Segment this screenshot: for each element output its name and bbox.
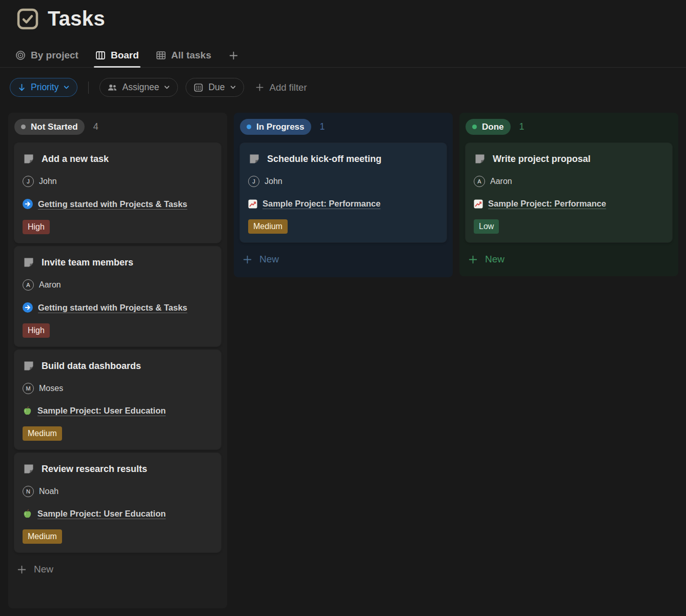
priority-tag: Medium	[23, 426, 62, 441]
board-icon	[95, 50, 106, 60]
avatar: N	[23, 486, 34, 497]
add-filter-label: Add filter	[270, 82, 307, 93]
priority-row: High	[23, 220, 213, 234]
chevron-down-icon	[164, 84, 170, 91]
project-link[interactable]: Sample Project: User Education	[37, 509, 166, 519]
avatar-initial: A	[477, 178, 481, 184]
sort-priority-pill[interactable]: Priority	[10, 78, 77, 97]
task-card[interactable]: Schedule kick-off meeting J John Sample …	[240, 143, 447, 242]
task-title: Build data dashboards	[42, 361, 141, 372]
plus-icon	[228, 50, 239, 61]
status-pill-done[interactable]: Done	[466, 119, 511, 135]
task-card[interactable]: Add a new task J John Getting started wi…	[14, 143, 221, 243]
plus-icon	[16, 564, 27, 575]
assignee-row: A Aaron	[23, 279, 213, 291]
status-pill-in-progress[interactable]: In Progress	[240, 119, 311, 135]
page-title: Tasks	[48, 7, 105, 30]
toolbar-divider	[88, 81, 89, 94]
status-dot	[21, 125, 26, 129]
add-view-button[interactable]	[228, 50, 239, 61]
project-link[interactable]: Sample Project: Performance	[263, 199, 380, 209]
project-link[interactable]: Sample Project: User Education	[37, 406, 166, 416]
apple-icon	[23, 406, 32, 416]
column-count: 1	[320, 121, 325, 132]
project-row: Getting started with Projects & Tasks	[23, 302, 213, 313]
project-row: Sample Project: Performance	[248, 199, 438, 209]
filter-pill-label: Due	[208, 82, 225, 93]
avatar: A	[23, 279, 34, 291]
column-count: 4	[93, 121, 98, 132]
project-link[interactable]: Sample Project: Performance	[488, 199, 606, 209]
checkbox-icon	[16, 8, 39, 30]
project-row: Sample Project: User Education	[23, 406, 213, 416]
assignee-row: A Aaron	[474, 176, 664, 187]
assignee-row: M Moses	[23, 383, 213, 394]
tab-board[interactable]: Board	[95, 44, 139, 67]
filter-pill-label: Assignee	[122, 82, 159, 93]
priority-tag: High	[23, 220, 50, 234]
kanban-board: Not Started 4 Add a new task J John	[0, 113, 686, 608]
priority-row: Medium	[23, 529, 213, 544]
tab-all-tasks[interactable]: All tasks	[156, 44, 211, 67]
project-link[interactable]: Getting started with Projects & Tasks	[38, 303, 187, 313]
assignee-name: John	[265, 177, 283, 186]
priority-row: Low	[474, 219, 664, 234]
chevron-down-icon	[230, 84, 236, 91]
assignee-name: Aaron	[39, 280, 61, 290]
avatar: J	[248, 176, 259, 187]
avatar-initial: J	[252, 178, 255, 184]
assignee-name: Noah	[39, 487, 58, 496]
filter-assignee-pill[interactable]: Assignee	[99, 78, 178, 97]
new-task-button[interactable]: New	[14, 561, 221, 579]
status-pill-not-started[interactable]: Not Started	[14, 119, 85, 135]
avatar-initial: M	[26, 385, 30, 392]
plus-icon	[242, 254, 253, 265]
filter-due-pill[interactable]: Due	[186, 78, 244, 97]
arrow-down-icon	[17, 83, 26, 92]
task-page-icon	[23, 153, 35, 165]
task-title: Write project proposal	[493, 154, 591, 165]
chevron-down-icon	[63, 84, 70, 91]
avatar-initial: A	[26, 282, 30, 288]
add-filter-button[interactable]: Add filter	[255, 82, 307, 93]
tab-by-project[interactable]: By project	[15, 44, 78, 67]
sort-pill-label: Priority	[31, 82, 58, 93]
new-task-label: New	[259, 254, 279, 265]
avatar-initial: N	[26, 488, 30, 495]
priority-tag: High	[23, 323, 50, 338]
status-label: Not Started	[31, 122, 78, 132]
filter-toolbar: Priority Assignee	[0, 78, 686, 97]
task-title: Add a new task	[42, 154, 109, 165]
status-dot	[472, 125, 477, 129]
task-card[interactable]: Invite team members A Aaron Getting star…	[14, 247, 221, 346]
status-label: Done	[482, 122, 504, 132]
task-card[interactable]: Build data dashboards M Moses Sample Pro…	[14, 350, 221, 449]
new-task-button[interactable]: New	[240, 251, 447, 269]
assignee-row: N Noah	[23, 486, 213, 497]
view-tabs: By project Board All tasks	[0, 44, 686, 68]
new-task-label: New	[485, 254, 505, 265]
priority-row: Medium	[23, 426, 213, 441]
status-dot	[247, 125, 251, 129]
avatar-initial: J	[27, 178, 30, 184]
avatar: A	[474, 176, 485, 187]
chart-icon	[248, 199, 257, 209]
avatar: M	[23, 383, 34, 394]
apple-icon	[23, 509, 32, 519]
column-not-started: Not Started 4 Add a new task J John	[8, 113, 227, 608]
new-task-label: New	[34, 564, 53, 575]
chart-icon	[474, 199, 483, 209]
task-title: Invite team members	[42, 257, 133, 268]
task-card[interactable]: Review research results N Noah Sample Pr…	[14, 453, 221, 552]
priority-tag: Medium	[248, 219, 288, 234]
task-card[interactable]: Write project proposal A Aaron Sample Pr…	[466, 143, 672, 242]
priority-row: Medium	[248, 219, 438, 234]
priority-tag: Medium	[23, 529, 62, 544]
column-count: 1	[519, 121, 524, 132]
column-header: Done 1	[466, 119, 672, 135]
project-link[interactable]: Getting started with Projects & Tasks	[38, 199, 187, 209]
new-task-button[interactable]: New	[466, 251, 672, 269]
task-page-icon	[474, 153, 486, 165]
people-icon	[107, 83, 117, 93]
task-page-icon	[23, 360, 35, 372]
